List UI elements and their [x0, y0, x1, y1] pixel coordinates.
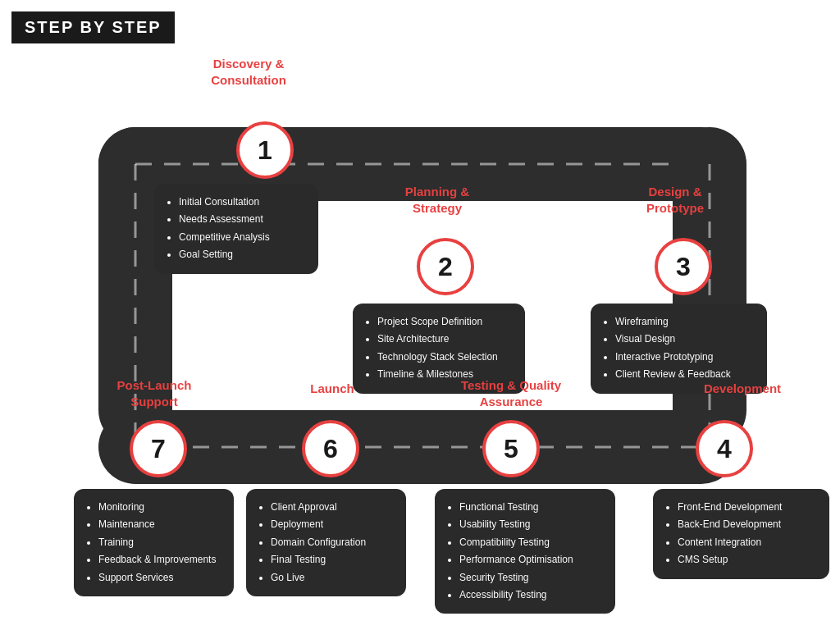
- step-2-circle: 2: [417, 238, 474, 295]
- step-5-circle: 5: [482, 420, 540, 477]
- step-7-label: Post-Launch Support: [97, 377, 212, 409]
- step-3-label: Design & Prototype: [622, 184, 728, 216]
- step-3-circle: 3: [655, 238, 712, 295]
- step-7-info: Monitoring Maintenance Training Feedback…: [74, 489, 234, 596]
- step-6-circle: 6: [302, 420, 359, 477]
- step-1-circle: 1: [236, 121, 294, 179]
- step-4-circle: 4: [696, 420, 753, 477]
- step-2-label: Planning & Strategy: [384, 184, 491, 216]
- step-6-info: Client Approval Deployment Domain Config…: [246, 489, 406, 596]
- step-5-info: Functional Testing Usability Testing Com…: [435, 489, 615, 614]
- step-1-label: Discovery & Consultation: [195, 56, 302, 88]
- step-1-info: Initial Consultation Needs Assessment Co…: [154, 184, 318, 274]
- step-6-label: Launch: [291, 381, 373, 397]
- header-title: STEP BY STEP: [25, 18, 162, 36]
- step-4-info: Front-End Development Back-End Developme…: [653, 489, 829, 579]
- step-4-label: Development: [689, 381, 796, 397]
- step-5-label: Testing & Quality Assurance: [450, 377, 573, 409]
- header-box: STEP BY STEP: [11, 11, 175, 43]
- step-7-circle: 7: [130, 420, 187, 477]
